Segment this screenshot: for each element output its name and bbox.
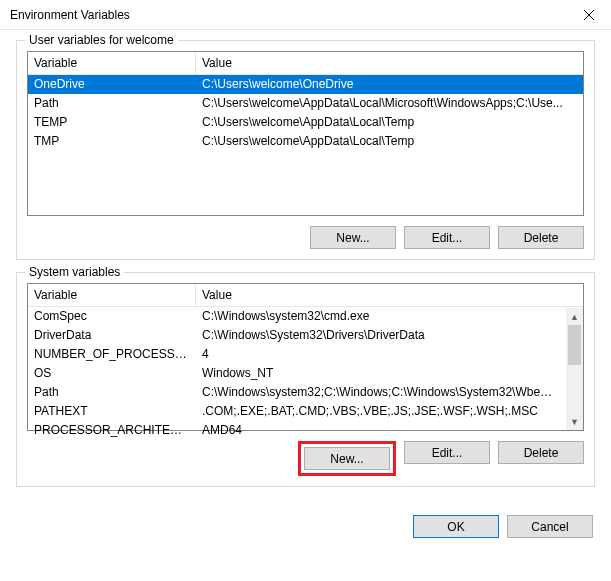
cell-variable: NUMBER_OF_PROCESSORS: [28, 345, 196, 364]
cell-value: C:\Windows\system32;C:\Windows;C:\Window…: [196, 383, 566, 402]
cell-value: .COM;.EXE;.BAT;.CMD;.VBS;.VBE;.JS;.JSE;.…: [196, 402, 566, 421]
cell-variable: PROCESSOR_ARCHITECTURE: [28, 421, 196, 440]
user-variables-group: User variables for welcome Variable Valu…: [16, 40, 595, 260]
scroll-down-icon[interactable]: ▼: [566, 413, 583, 430]
cell-value: C:\Users\welcome\AppData\Local\Temp: [196, 113, 583, 132]
cell-value: C:\Users\welcome\AppData\Local\Temp: [196, 132, 583, 151]
system-variables-legend: System variables: [25, 265, 124, 279]
ok-button[interactable]: OK: [413, 515, 499, 538]
table-row[interactable]: ComSpecC:\Windows\system32\cmd.exe: [28, 307, 566, 326]
column-header-variable[interactable]: Variable: [28, 52, 196, 74]
cell-variable: TMP: [28, 132, 196, 151]
cell-variable: OS: [28, 364, 196, 383]
scrollbar-thumb[interactable]: [568, 325, 581, 365]
user-edit-button[interactable]: Edit...: [404, 226, 490, 249]
table-row[interactable]: PathC:\Windows\system32;C:\Windows;C:\Wi…: [28, 383, 566, 402]
cell-variable: Path: [28, 94, 196, 113]
user-new-button[interactable]: New...: [310, 226, 396, 249]
user-variables-legend: User variables for welcome: [25, 33, 178, 47]
close-icon[interactable]: [566, 0, 611, 30]
cell-value: Windows_NT: [196, 364, 566, 383]
cell-variable: Path: [28, 383, 196, 402]
dialog-buttons: OK Cancel: [0, 507, 611, 548]
system-variables-table[interactable]: Variable Value ComSpecC:\Windows\system3…: [27, 283, 584, 431]
table-row[interactable]: PathC:\Users\welcome\AppData\Local\Micro…: [28, 94, 583, 113]
cell-value: C:\Users\welcome\AppData\Local\Microsoft…: [196, 94, 583, 113]
system-delete-button[interactable]: Delete: [498, 441, 584, 464]
user-delete-button[interactable]: Delete: [498, 226, 584, 249]
table-row[interactable]: DriverDataC:\Windows\System32\Drivers\Dr…: [28, 326, 566, 345]
cancel-button[interactable]: Cancel: [507, 515, 593, 538]
table-row[interactable]: TMPC:\Users\welcome\AppData\Local\Temp: [28, 132, 583, 151]
table-header: Variable Value: [28, 52, 583, 75]
cell-variable: ComSpec: [28, 307, 196, 326]
cell-variable: DriverData: [28, 326, 196, 345]
table-row[interactable]: NUMBER_OF_PROCESSORS4: [28, 345, 566, 364]
window-title: Environment Variables: [10, 8, 566, 22]
system-edit-button[interactable]: Edit...: [404, 441, 490, 464]
cell-value: 4: [196, 345, 566, 364]
table-row[interactable]: OneDriveC:\Users\welcome\OneDrive: [28, 75, 583, 94]
scrollbar-track[interactable]: [566, 325, 583, 413]
column-header-value[interactable]: Value: [196, 284, 583, 306]
titlebar: Environment Variables: [0, 0, 611, 30]
dialog-content: User variables for welcome Variable Valu…: [0, 30, 611, 507]
cell-variable: PATHEXT: [28, 402, 196, 421]
cell-variable: OneDrive: [28, 75, 196, 94]
highlight-box: New...: [298, 441, 396, 476]
scroll-up-icon[interactable]: ▲: [566, 308, 583, 325]
user-buttons: New... Edit... Delete: [27, 226, 584, 249]
user-variables-table[interactable]: Variable Value OneDriveC:\Users\welcome\…: [27, 51, 584, 216]
vertical-scrollbar[interactable]: ▲ ▼: [566, 308, 583, 430]
table-row[interactable]: TEMPC:\Users\welcome\AppData\Local\Temp: [28, 113, 583, 132]
table-header: Variable Value: [28, 284, 583, 307]
table-row[interactable]: PATHEXT.COM;.EXE;.BAT;.CMD;.VBS;.VBE;.JS…: [28, 402, 566, 421]
system-buttons: New... Edit... Delete: [27, 441, 584, 476]
system-variables-group: System variables Variable Value ComSpecC…: [16, 272, 595, 487]
table-row[interactable]: OSWindows_NT: [28, 364, 566, 383]
cell-value: AMD64: [196, 421, 566, 440]
column-header-variable[interactable]: Variable: [28, 284, 196, 306]
cell-value: C:\Windows\System32\Drivers\DriverData: [196, 326, 566, 345]
cell-value: C:\Windows\system32\cmd.exe: [196, 307, 566, 326]
column-header-value[interactable]: Value: [196, 52, 583, 74]
table-row[interactable]: PROCESSOR_ARCHITECTUREAMD64: [28, 421, 566, 440]
cell-variable: TEMP: [28, 113, 196, 132]
cell-value: C:\Users\welcome\OneDrive: [196, 75, 583, 94]
system-new-button[interactable]: New...: [304, 447, 390, 470]
